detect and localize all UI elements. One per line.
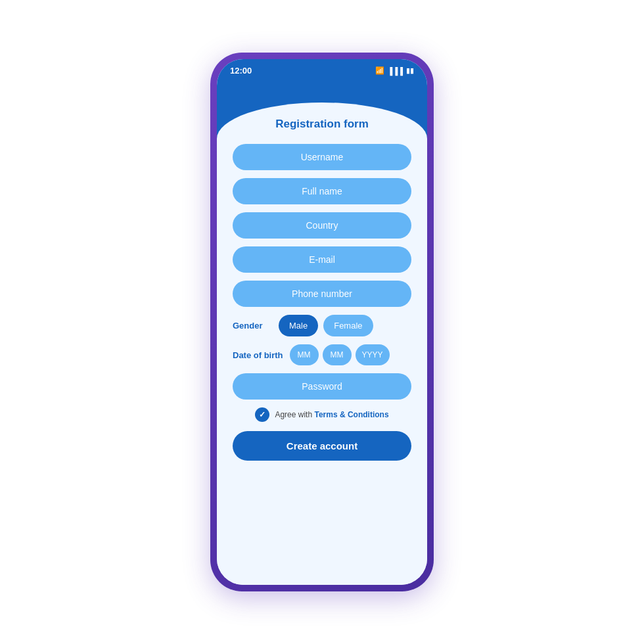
create-account-button[interactable]: Create account	[233, 431, 411, 461]
email-field[interactable]: E-mail	[233, 246, 411, 273]
username-field[interactable]: Username	[233, 144, 411, 170]
battery-icon: ▮▮	[406, 66, 414, 75]
phone-field[interactable]: Phone number	[233, 281, 411, 307]
fullname-field[interactable]: Full name	[233, 178, 411, 204]
terms-prefix: Agree with	[275, 410, 314, 419]
phone-frame: 12:00 📶 ▐▐▐ ▮▮ Registration form Usernam…	[210, 53, 434, 591]
gender-female-button[interactable]: Female	[323, 315, 373, 336]
terms-text: Agree with Terms & Conditions	[275, 410, 388, 419]
status-bar: 12:00 📶 ▐▐▐ ▮▮	[217, 59, 427, 80]
gender-male-button[interactable]: Male	[279, 315, 318, 336]
wifi-icon: 📶	[375, 66, 384, 75]
form-content: Username Full name Country E-mail Phone …	[217, 139, 427, 585]
country-field[interactable]: Country	[233, 212, 411, 239]
page-title: Registration form	[217, 118, 427, 131]
dob-label: Date of birth	[233, 350, 283, 360]
gender-group: Gender Male Female	[233, 315, 411, 336]
status-time: 12:00	[230, 66, 252, 76]
dob-group: Date of birth MM MM YYYY	[233, 344, 411, 365]
terms-row: Agree with Terms & Conditions	[233, 407, 411, 422]
dob-month2-field[interactable]: MM	[323, 344, 352, 365]
dob-month1-field[interactable]: MM	[290, 344, 319, 365]
status-icons: 📶 ▐▐▐ ▮▮	[375, 66, 414, 75]
terms-link[interactable]: Terms & Conditions	[314, 410, 388, 419]
dob-year-field[interactable]: YYYY	[356, 344, 390, 365]
signal-icon: ▐▐▐	[388, 67, 403, 75]
header-area: Registration form	[217, 80, 427, 139]
gender-label: Gender	[233, 321, 272, 331]
phone-screen: 12:00 📶 ▐▐▐ ▮▮ Registration form Usernam…	[217, 59, 427, 585]
password-field[interactable]: Password	[233, 373, 411, 400]
terms-checkbox[interactable]	[255, 407, 269, 422]
